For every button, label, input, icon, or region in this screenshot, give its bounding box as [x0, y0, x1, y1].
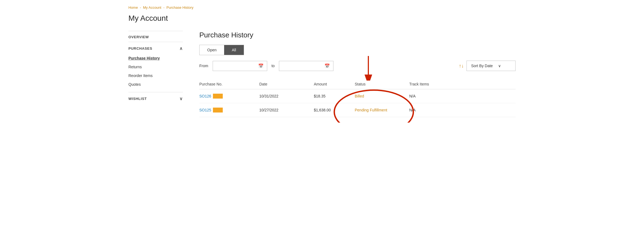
- tab-open[interactable]: Open: [200, 45, 224, 55]
- sidebar-section-wishlist[interactable]: WISHLIST ∨: [128, 92, 183, 104]
- to-date-input[interactable]: 📅: [279, 61, 333, 71]
- sidebar-item-purchase-history[interactable]: Purchase History: [128, 54, 183, 63]
- breadcrumb-purchase-history[interactable]: Purchase History: [167, 5, 194, 10]
- from-label: From: [199, 64, 208, 68]
- from-date-input[interactable]: 📅: [213, 61, 267, 71]
- cell-date-1: 10/31/2022: [259, 94, 314, 98]
- to-calendar-icon[interactable]: 📅: [324, 63, 330, 69]
- main-content: Purchase History Open All From 📅 to 📅: [199, 31, 516, 117]
- sidebar: OVERVIEW PURCHASES ∧ Purchase History Re…: [128, 31, 183, 117]
- breadcrumb-my-account[interactable]: My Account: [143, 5, 161, 10]
- breadcrumb-sep1: -: [140, 5, 141, 10]
- order-badge-so126: [213, 94, 223, 99]
- table-row: SO126 10/31/2022 $18.35 Billed N/A: [199, 89, 516, 103]
- to-label: to: [272, 64, 275, 68]
- wishlist-chevron-icon: ∨: [179, 96, 183, 101]
- sidebar-purchases-label: PURCHASES: [128, 46, 152, 51]
- cell-track-1: N/A: [409, 94, 450, 98]
- breadcrumb-home[interactable]: Home: [128, 5, 138, 10]
- sort-dropdown[interactable]: Sort By Date ∨: [467, 61, 516, 71]
- page-title: My Account: [128, 14, 516, 23]
- breadcrumb-sep2: -: [163, 5, 164, 10]
- cell-status-2: Pending Fulfillment: [355, 108, 409, 112]
- sort-chevron-down-icon: ∨: [498, 64, 501, 68]
- section-title: Purchase History: [199, 31, 516, 39]
- cell-status-1: Billed: [355, 94, 409, 98]
- sort-dropdown-label: Sort By Date: [471, 64, 493, 68]
- tab-bar: Open All: [199, 45, 244, 55]
- from-calendar-icon[interactable]: 📅: [258, 63, 264, 69]
- table-header: Purchase No. Date Amount Status Track It…: [199, 79, 516, 89]
- tab-all[interactable]: All: [224, 45, 244, 55]
- col-header-status: Status: [355, 82, 409, 86]
- order-link-so125[interactable]: SO125: [199, 108, 259, 112]
- layout: OVERVIEW PURCHASES ∧ Purchase History Re…: [128, 31, 516, 117]
- from-date-field[interactable]: [216, 64, 254, 68]
- sidebar-item-returns[interactable]: Returns: [128, 63, 183, 71]
- breadcrumb: Home - My Account - Purchase History: [128, 5, 516, 10]
- cell-track-2: N/A: [409, 108, 450, 112]
- sidebar-wishlist-label: WISHLIST: [128, 97, 147, 101]
- cell-amount-2: $1,638.00: [314, 108, 355, 112]
- col-header-track-items: Track Items: [409, 82, 450, 86]
- filter-row: From 📅 to 📅 ↑↓ Sort By Date ∨: [199, 61, 516, 71]
- sidebar-section-purchases[interactable]: PURCHASES ∧: [128, 42, 183, 54]
- cell-purchase-no-1: SO126: [199, 94, 259, 99]
- order-link-so126[interactable]: SO126: [199, 94, 259, 99]
- sidebar-section-overview[interactable]: OVERVIEW: [128, 31, 183, 42]
- table-row: SO125 10/27/2022 $1,638.00 Pending Fulfi…: [199, 103, 516, 117]
- purchases-chevron-icon: ∧: [179, 46, 183, 51]
- sort-direction-icon[interactable]: ↑↓: [459, 63, 464, 69]
- cell-date-2: 10/27/2022: [259, 108, 314, 112]
- sort-area: ↑↓ Sort By Date ∨: [459, 61, 516, 71]
- to-date-field[interactable]: [282, 64, 321, 68]
- col-header-amount: Amount: [314, 82, 355, 86]
- page-wrapper: Home - My Account - Purchase History My …: [118, 0, 526, 123]
- sidebar-item-reorder-items[interactable]: Reorder Items: [128, 71, 183, 80]
- cell-purchase-no-2: SO125: [199, 108, 259, 112]
- order-badge-so125: [213, 108, 223, 112]
- table-container: Purchase No. Date Amount Status Track It…: [199, 79, 516, 117]
- col-header-purchase-no: Purchase No.: [199, 82, 259, 86]
- sidebar-overview-label: OVERVIEW: [128, 35, 149, 39]
- cell-amount-1: $18.35: [314, 94, 355, 98]
- col-header-date: Date: [259, 82, 314, 86]
- sidebar-item-quotes[interactable]: Quotes: [128, 80, 183, 89]
